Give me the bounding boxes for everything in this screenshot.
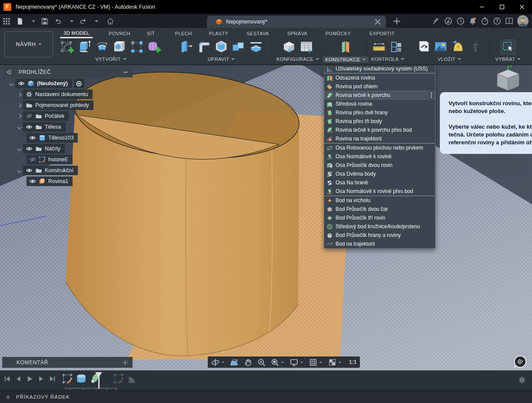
ribbon-tab-pom-cky[interactable]: POMŮCKY (322, 29, 354, 38)
menu-item-point-center[interactable]: Středový bod kružnice/koule/prstenu (324, 222, 435, 231)
browser-row-po-tek[interactable]: Počátek (2, 111, 133, 121)
tab-close-icon[interactable] (374, 18, 382, 26)
timeline-sketch-feature[interactable] (62, 373, 73, 384)
close-button[interactable] (512, 0, 532, 14)
minimize-button[interactable] (472, 0, 492, 14)
file-new-icon[interactable] (16, 17, 24, 25)
menu-item-axis-two-points[interactable]: Osa Dvěma body (324, 170, 435, 178)
add-comment-icon[interactable] (122, 360, 128, 366)
pan-icon[interactable] (244, 358, 252, 366)
ribbon-tab-plasty[interactable]: PLASTY (206, 29, 232, 38)
ribbon-group-label[interactable]: VYTVOŘIT (95, 57, 120, 62)
timer-icon[interactable] (481, 17, 489, 25)
collapse-caret-icon[interactable] (9, 81, 13, 86)
playback-play-button[interactable] (26, 375, 33, 383)
ribbon-icon-section[interactable] (389, 40, 404, 54)
browser-row-konstruk-n-[interactable]: Konstrukční (2, 166, 133, 175)
timeline-extrude-feature[interactable] (76, 373, 87, 384)
ribbon-icon-revolve[interactable] (95, 40, 110, 54)
ribbon-icon-select[interactable] (501, 40, 515, 54)
collapse-caret-icon[interactable] (17, 168, 21, 173)
menu-item-plane-three-points[interactable]: Rovina přes tři body (324, 117, 435, 126)
menu-item-plane-tangent[interactable]: Rovina tečně k povrchu (324, 91, 435, 100)
playback-end-button[interactable] (49, 375, 56, 383)
grid9-icon[interactable] (309, 358, 317, 366)
command-line-bar[interactable]: PŘÍKAZOVÝ ŘÁDEK (0, 390, 532, 403)
menu-item-plane-offset[interactable]: Odsazená rovina (324, 73, 435, 82)
comment-bar[interactable]: KOMENTÁŘ (2, 357, 133, 368)
collapse-caret-icon[interactable] (17, 147, 21, 151)
job-status-icon[interactable] (432, 17, 440, 25)
visibility-eye-off-icon[interactable] (29, 156, 36, 163)
playback-back-button[interactable] (15, 375, 22, 383)
visibility-eye-off-icon[interactable] (26, 113, 33, 120)
ribbon-group-label[interactable]: UPRAVIT (208, 57, 229, 62)
browser-row-hstonee[interactable]: hstoneE (2, 155, 133, 164)
timeline-playhead[interactable] (95, 372, 102, 389)
ribbon-icon-split-body[interactable] (249, 40, 263, 54)
visibility-eye-icon[interactable] (29, 178, 36, 185)
help-icon[interactable]: ? (493, 17, 501, 25)
menu-item-point-edge-plane[interactable]: Bod Průsečík hrany a roviny (324, 231, 435, 240)
menu-item-axis-normal-point[interactable]: Osa Normálově k rovině přes bod (324, 187, 435, 196)
document-tab[interactable]: Nepojmenovaný* (207, 16, 386, 28)
ribbon-icon-measure[interactable] (372, 40, 386, 54)
expand-command-line-icon[interactable] (5, 394, 11, 400)
redo-icon[interactable] (79, 17, 87, 25)
visibility-eye-icon[interactable] (26, 123, 33, 130)
menu-item-axis-normal[interactable]: Osa Normálově k rovině (324, 152, 435, 161)
menu-item-point-two-lines[interactable]: Bod Průsečík dvou čar (324, 205, 435, 213)
browser-row-rovina1[interactable]: Rovina1 (2, 177, 133, 186)
ribbon-tab-povrch[interactable]: POVRCH (105, 29, 133, 38)
visibility-eye-icon[interactable] (29, 134, 36, 141)
playback-fwd-button[interactable] (37, 375, 45, 383)
timeline-settings-gear-icon[interactable] (518, 376, 526, 384)
monitor-caret-icon[interactable] (300, 362, 303, 364)
browser-row--neulo-en-[interactable]: (Neuložený) (2, 79, 133, 88)
visibility-eye-icon[interactable] (26, 145, 33, 152)
ribbon-icon-config-table[interactable] (299, 40, 314, 54)
browser-minimize-icon[interactable] (122, 69, 129, 76)
menu-item-axis-revolve[interactable]: Osa Rotovanou plochou nebo prvkem (324, 143, 435, 152)
menu-item-plane-angle[interactable]: Rovina pod úhlem (324, 82, 435, 91)
browser-row-n-rty[interactable]: Náčrty (2, 144, 133, 153)
ribbon-icon-pattern[interactable] (130, 40, 144, 54)
browser-row-pojmenovan-pohledy[interactable]: Pojmenované pohledy (2, 100, 133, 110)
visibility-eye-icon[interactable] (18, 80, 25, 87)
menu-item-plane-tangent-point[interactable]: Rovina tečně k povrchu přes bod (324, 126, 435, 134)
maximize-button[interactable] (492, 0, 512, 14)
redo-caret[interactable] (95, 20, 98, 24)
timeline-rolled-back-feature[interactable] (127, 373, 138, 384)
visibility-eye-icon[interactable] (26, 167, 33, 174)
ribbon-icon-create-sketch[interactable] (60, 40, 75, 54)
undo-caret[interactable] (70, 20, 73, 24)
ribbon-group-label[interactable]: KONFIGURACE (276, 57, 313, 62)
ribbon-icon-hole[interactable] (112, 40, 127, 54)
recent-clock-icon[interactable] (456, 17, 465, 25)
ribbon-icon-extrude[interactable] (77, 40, 92, 54)
ribbon-group-label[interactable]: KONSTRUKCE (325, 57, 360, 62)
menu-item-point-vertex[interactable]: Bod na vrcholu (324, 196, 435, 205)
monitor-icon[interactable] (290, 358, 298, 366)
playback-start-button[interactable] (3, 375, 11, 383)
save-icon[interactable] (41, 17, 49, 25)
ribbon-tab-s-[interactable]: SÍŤ (143, 29, 158, 38)
orbit-caret-icon[interactable] (222, 362, 224, 364)
browser-row-nastaven-dokumentu[interactable]: Nastavení dokumentu (2, 90, 133, 99)
browser-row-t-lesa[interactable]: Tělesa (2, 122, 133, 132)
ribbon-tab-sestava[interactable]: SESTAVA (243, 29, 272, 38)
orbit-icon[interactable] (211, 358, 219, 366)
extensions-globe-icon[interactable] (444, 17, 452, 25)
look-at-icon[interactable] (230, 358, 239, 366)
user-avatar[interactable] (517, 15, 529, 27)
ribbon-icon-create-form[interactable] (147, 40, 162, 54)
ribbon-icon-shell[interactable] (214, 40, 229, 54)
zoom-in-icon[interactable] (257, 358, 266, 366)
menu-item-plane-path[interactable]: Rovina na trajektorii (324, 134, 435, 143)
learning-book-icon[interactable] (505, 17, 513, 25)
ribbon-group-label[interactable]: VLOŽIT (438, 57, 456, 62)
viewports-caret-icon[interactable] (339, 362, 341, 364)
app-grid-icon[interactable] (3, 17, 10, 25)
file-menu-caret[interactable] (32, 20, 35, 24)
menu-item-point-three-planes[interactable]: Bod Průsečík tří rovin (324, 213, 435, 222)
